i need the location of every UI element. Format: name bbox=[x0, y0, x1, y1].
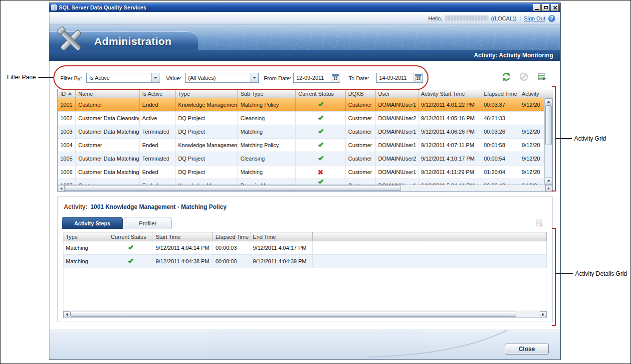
status-ok-icon bbox=[318, 115, 323, 120]
column-header-dqkb[interactable]: DQKB bbox=[346, 89, 376, 98]
from-date-label: From Date: bbox=[264, 75, 291, 81]
column-header-start_time[interactable]: Start Time bbox=[153, 232, 213, 241]
activity-step-row[interactable]: Matching9/12/2011 4:04:38 PM00:00:009/12… bbox=[63, 255, 547, 268]
scroll-thumb[interactable] bbox=[70, 312, 516, 317]
activity-grid-horizontal-scrollbar[interactable] bbox=[58, 184, 552, 191]
status-ok-icon bbox=[318, 155, 323, 161]
refresh-icon[interactable] bbox=[501, 71, 512, 82]
cell-dqkb: Customer bbox=[346, 152, 376, 165]
value-dropdown[interactable]: (All Values) bbox=[185, 73, 259, 83]
to-date-field[interactable]: 14-09-2011 15 bbox=[376, 73, 423, 83]
column-header-label: DQKB bbox=[348, 91, 364, 97]
cell-start_time: 9/12/2011 4:01:22 PM bbox=[419, 98, 481, 111]
activity-row[interactable]: 1003Customer Data MatchingTerminatedDQ P… bbox=[58, 125, 544, 139]
minimize-button[interactable] bbox=[533, 4, 541, 11]
column-header-name[interactable]: Name bbox=[76, 89, 140, 98]
column-header-id[interactable]: ID bbox=[58, 89, 76, 98]
scroll-thumb[interactable] bbox=[65, 185, 401, 191]
cell-start_time: 9/12/2011 4:10:17 PM bbox=[419, 152, 481, 165]
column-header-status[interactable]: Current Status bbox=[108, 232, 153, 241]
restore-button[interactable] bbox=[542, 4, 550, 11]
activity-grid-vertical-scrollbar[interactable] bbox=[544, 98, 552, 184]
cell-status bbox=[296, 125, 346, 138]
column-header-label: User bbox=[378, 91, 390, 97]
scroll-left-button[interactable] bbox=[63, 311, 70, 318]
status-fail-icon bbox=[318, 170, 323, 175]
activity-row[interactable]: 1007CustomerEndedKnowledge ManagementDom… bbox=[58, 179, 544, 184]
column-header-end_time[interactable]: End Time bbox=[250, 232, 313, 241]
cell-elapsed: 00:00:00 bbox=[213, 255, 250, 268]
cell-is_active: Ended bbox=[140, 98, 176, 111]
cell-sub_type: Matching bbox=[238, 125, 296, 138]
cell-user: DOMAIN\User2 bbox=[376, 112, 419, 125]
export-icon[interactable] bbox=[536, 71, 547, 82]
cell-filler bbox=[313, 241, 547, 254]
tab-profiler[interactable]: Profiler bbox=[124, 217, 172, 229]
chevron-down-icon[interactable] bbox=[151, 73, 160, 82]
terminate-activity-icon[interactable] bbox=[518, 71, 529, 82]
chevron-down-icon[interactable] bbox=[250, 73, 258, 82]
column-header-user[interactable]: User bbox=[376, 89, 419, 98]
scroll-right-button[interactable] bbox=[545, 185, 552, 192]
scroll-track[interactable] bbox=[70, 311, 540, 317]
activity-row[interactable]: 1004CustomerEndedKnowledge ManagementMat… bbox=[58, 139, 544, 152]
filter-by-dropdown[interactable]: Is Active bbox=[86, 73, 160, 83]
to-date-value: 14-09-2011 bbox=[379, 75, 414, 81]
scroll-up-button[interactable] bbox=[545, 98, 552, 105]
close-button[interactable]: Close bbox=[505, 344, 549, 355]
hello-label: Hello, bbox=[428, 15, 442, 21]
cell-name: Customer Data Cleansing bbox=[76, 112, 140, 125]
cell-user: DOMAIN\User1 bbox=[376, 179, 419, 184]
column-header-is_active[interactable]: Is Active bbox=[140, 89, 176, 98]
column-header-label: Name bbox=[78, 91, 93, 97]
from-date-value: 12-09-2011 bbox=[296, 75, 331, 81]
app-window: SQL Server Data Quality Services Hello, … bbox=[49, 2, 561, 360]
cell-status bbox=[108, 255, 153, 268]
sign-out-link[interactable]: Sign Out bbox=[524, 15, 545, 21]
scroll-down-button[interactable] bbox=[545, 178, 552, 184]
activity-row[interactable]: 1001CustomerEndedKnowledge ManagementMat… bbox=[58, 98, 544, 112]
cell-status bbox=[296, 179, 346, 184]
details-horizontal-scrollbar[interactable] bbox=[63, 311, 547, 318]
cell-end: 9/12/20 bbox=[519, 166, 544, 179]
calendar-icon[interactable]: 15 bbox=[331, 73, 340, 82]
activity-step-row[interactable]: Matching9/12/2011 4:04:14 PM00:00:039/12… bbox=[63, 241, 547, 255]
column-header-label: Elapsed Time bbox=[484, 91, 517, 97]
scroll-track[interactable] bbox=[65, 185, 545, 191]
cell-status bbox=[296, 139, 346, 152]
scroll-track[interactable] bbox=[545, 105, 552, 178]
column-header-end[interactable]: Activity bbox=[519, 89, 545, 98]
close-window-button[interactable] bbox=[551, 4, 559, 11]
cell-elapsed: 00:01:58 bbox=[481, 139, 519, 152]
activity-row[interactable]: 1002Customer Data CleansingActiveDQ Proj… bbox=[58, 112, 544, 125]
scroll-thumb[interactable] bbox=[545, 105, 552, 145]
from-date-field[interactable]: 12-09-2011 15 bbox=[293, 73, 340, 83]
cell-elapsed: 00:00:03 bbox=[213, 241, 250, 254]
title-bar: SQL Server Data Quality Services bbox=[49, 3, 560, 12]
column-header-label: Is Active bbox=[142, 91, 163, 97]
column-header-type[interactable]: Type bbox=[63, 232, 108, 241]
cell-id: 1002 bbox=[58, 112, 76, 125]
column-header-sub_type[interactable]: Sub Type bbox=[238, 89, 296, 98]
scroll-left-button[interactable] bbox=[58, 185, 65, 192]
scroll-right-button[interactable] bbox=[540, 311, 547, 318]
cell-sub_type: Matching bbox=[238, 166, 296, 179]
help-icon[interactable]: ? bbox=[548, 15, 555, 22]
column-header-type[interactable]: Type bbox=[176, 89, 238, 98]
column-header-elapsed[interactable]: Elapsed Time bbox=[213, 232, 250, 241]
cell-id: 1007 bbox=[58, 179, 76, 184]
activity-row[interactable]: 1006Customer Data MatchingEndedDQ Projec… bbox=[58, 166, 544, 179]
cell-sub_type: Cleansing bbox=[238, 112, 296, 125]
to-date-label: To Date: bbox=[349, 75, 369, 81]
activity-details-grid: TypeCurrent StatusStart TimeElapsed Time… bbox=[63, 232, 547, 312]
cell-name: Customer bbox=[76, 179, 140, 184]
tab-activity-steps[interactable]: Activity Steps bbox=[62, 217, 123, 229]
column-header-status[interactable]: Current Status bbox=[296, 89, 346, 98]
cell-is_active: Ended bbox=[140, 139, 176, 152]
export-steps-icon[interactable] bbox=[535, 219, 544, 229]
column-header-elapsed[interactable]: Elapsed Time bbox=[481, 89, 519, 98]
activity-row[interactable]: 1005Customer Data MatchingTerminatedDQ P… bbox=[58, 152, 544, 166]
calendar-icon[interactable]: 15 bbox=[414, 73, 422, 82]
column-header-start_time[interactable]: Activity Start Time bbox=[419, 89, 481, 98]
content-panel: Filter By: Is Active Value: (All Values)… bbox=[49, 61, 560, 330]
